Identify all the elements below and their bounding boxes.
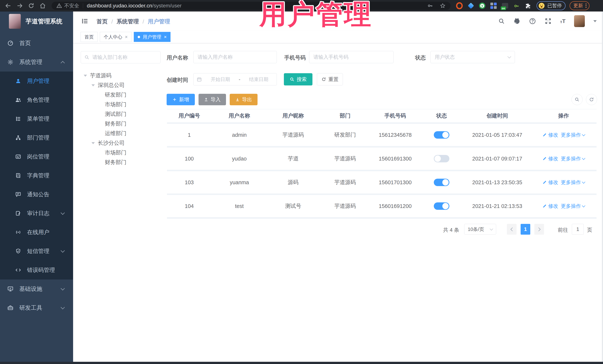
tab-user-management[interactable]: 用户管理 × <box>134 32 171 42</box>
extension-orange-icon[interactable] <box>456 2 463 9</box>
more-actions-link[interactable]: 更多操作 <box>561 203 585 210</box>
breadcrumb-current: 用户管理 <box>148 18 170 25</box>
github-icon[interactable] <box>513 18 521 25</box>
tree-node[interactable]: 运维部门 <box>81 129 162 138</box>
close-icon[interactable]: × <box>164 34 167 39</box>
sidebar-item-user-management[interactable]: 用户管理 <box>0 72 73 90</box>
edit-link[interactable]: 修改 <box>542 155 558 162</box>
bookmark-star-icon[interactable] <box>440 3 446 9</box>
extension-switch-icon[interactable]: on <box>502 2 508 9</box>
extension-green-icon[interactable]: y <box>479 3 485 9</box>
sidebar: 芋道管理系统 首页 系统管理 用户管理 <box>0 11 73 362</box>
sidebar-item-error-code-management[interactable]: 错误码管理 <box>0 261 73 279</box>
search-button[interactable]: 搜索 <box>284 73 313 86</box>
url-path: /system/user <box>152 3 182 9</box>
date-end-placeholder[interactable]: 结束日期 <box>244 76 274 83</box>
tree-caret-icon[interactable] <box>92 84 95 86</box>
search-icon[interactable] <box>498 18 505 24</box>
security-label[interactable]: 不安全 <box>64 2 79 9</box>
sidebar-item-department-management[interactable]: 部门管理 <box>0 128 73 147</box>
prev-page-button[interactable] <box>507 224 517 235</box>
user-avatar[interactable] <box>574 15 585 27</box>
more-actions-link[interactable]: 更多操作 <box>561 155 585 162</box>
extension-grid-icon[interactable] <box>490 2 497 9</box>
profile-chip[interactable]: 已暂停 <box>537 1 566 10</box>
reload-icon[interactable] <box>28 2 35 9</box>
create-time-label: 创建时间 <box>167 76 188 84</box>
sidebar-item-menu-management[interactable]: 菜单管理 <box>0 109 73 128</box>
status-toggle[interactable] <box>434 155 449 162</box>
tree-node[interactable]: 长沙分公司 <box>81 138 162 148</box>
hamburger-icon[interactable] <box>81 17 89 25</box>
status-toggle[interactable] <box>434 131 449 139</box>
goto-page-input[interactable] <box>572 224 584 235</box>
pencil-icon <box>542 204 547 208</box>
sidebar-item-online-users[interactable]: 在线用户 <box>0 223 73 242</box>
fullscreen-icon[interactable] <box>545 18 552 25</box>
reset-button[interactable]: 重置 <box>317 73 343 86</box>
status-toggle[interactable] <box>434 179 449 186</box>
tree-caret-icon[interactable] <box>92 142 95 144</box>
import-button[interactable]: 导入 <box>198 94 226 105</box>
puzzle-icon[interactable] <box>525 2 531 9</box>
more-actions-link[interactable]: 更多操作 <box>561 132 585 138</box>
refresh-table-button[interactable] <box>586 94 597 105</box>
tree-caret-icon[interactable] <box>84 75 87 77</box>
export-button[interactable]: 导出 <box>230 94 257 105</box>
forward-icon[interactable] <box>16 2 23 9</box>
show-search-button[interactable] <box>571 94 583 105</box>
browser-menu-update[interactable]: 更新 <box>570 1 590 10</box>
dept-search-input[interactable] <box>92 54 157 60</box>
home-icon[interactable] <box>39 2 46 9</box>
breadcrumb-system[interactable]: 系统管理 <box>116 18 139 25</box>
tree-node[interactable]: 财务部门 <box>81 157 162 167</box>
scrollbar[interactable] <box>602 11 603 362</box>
date-start-placeholder[interactable]: 开始日期 <box>205 76 235 83</box>
edit-link[interactable]: 修改 <box>542 179 558 186</box>
font-size-icon[interactable]: тT <box>560 18 566 24</box>
more-actions-link[interactable]: 更多操作 <box>561 179 585 186</box>
mobile-input[interactable] <box>309 51 394 63</box>
edit-link[interactable]: 修改 <box>542 132 558 138</box>
sidebar-item-audit-log[interactable]: 审计日志 <box>0 204 73 223</box>
close-icon[interactable]: × <box>125 34 128 39</box>
username-input[interactable] <box>193 51 277 63</box>
tree-node[interactable]: 市场部门 <box>81 100 162 109</box>
tab-home[interactable]: 首页 <box>81 32 98 42</box>
sidebar-item-sms-management[interactable]: 短信管理 <box>0 242 73 261</box>
status-select[interactable]: 用户状态 <box>430 51 515 63</box>
kebab-menu-icon[interactable] <box>586 3 587 8</box>
page-size-select[interactable]: 10条/页 <box>464 224 496 235</box>
tree-node[interactable]: 研发部门 <box>81 90 162 100</box>
current-page[interactable]: 1 <box>521 224 530 235</box>
tree-node[interactable]: 深圳总公司 <box>81 80 162 90</box>
edit-link[interactable]: 修改 <box>542 203 558 210</box>
status-toggle[interactable] <box>434 202 449 210</box>
help-icon[interactable] <box>529 18 536 25</box>
tree-node[interactable]: 市场部门 <box>81 148 162 157</box>
breadcrumb-home[interactable]: 首页 <box>96 18 108 25</box>
sidebar-item-infrastructure[interactable]: 基础设施 <box>0 279 73 298</box>
tree-node[interactable]: 测试部门 <box>81 109 162 119</box>
next-page-button[interactable] <box>534 224 544 235</box>
sidebar-item-home[interactable]: 首页 <box>0 34 73 53</box>
extension-gem-icon[interactable] <box>468 2 474 9</box>
tree-node[interactable]: 芋道源码 <box>81 71 162 80</box>
app-logo-row[interactable]: 芋道管理系统 <box>0 11 73 31</box>
add-button[interactable]: 新增 <box>167 94 195 105</box>
address-bar[interactable]: 不安全 dashboard.yudao.iocoder.cn /system/u… <box>52 2 451 10</box>
avatar-caret-icon[interactable] <box>593 20 597 22</box>
password-key-icon[interactable] <box>427 3 433 9</box>
tab-profile[interactable]: 个人中心 × <box>100 32 132 42</box>
sidebar-item-notice-announcement[interactable]: 通知公告 <box>0 185 73 204</box>
tree-node[interactable]: 财务部门 <box>81 119 162 129</box>
sidebar-item-system-management[interactable]: 系统管理 <box>0 53 73 72</box>
overlay-annotation-title: 用户管理 <box>259 0 372 28</box>
extension-key-icon[interactable] <box>513 2 520 9</box>
sidebar-item-position-management[interactable]: 岗位管理 <box>0 147 73 166</box>
back-icon[interactable] <box>5 2 12 9</box>
sidebar-item-dev-tools[interactable]: 研发工具 <box>0 298 73 317</box>
sidebar-item-dictionary-management[interactable]: 字典管理 <box>0 166 73 185</box>
sidebar-item-role-management[interactable]: 角色管理 <box>0 90 73 109</box>
date-range-picker[interactable]: 开始日期 - 结束日期 <box>193 73 277 86</box>
